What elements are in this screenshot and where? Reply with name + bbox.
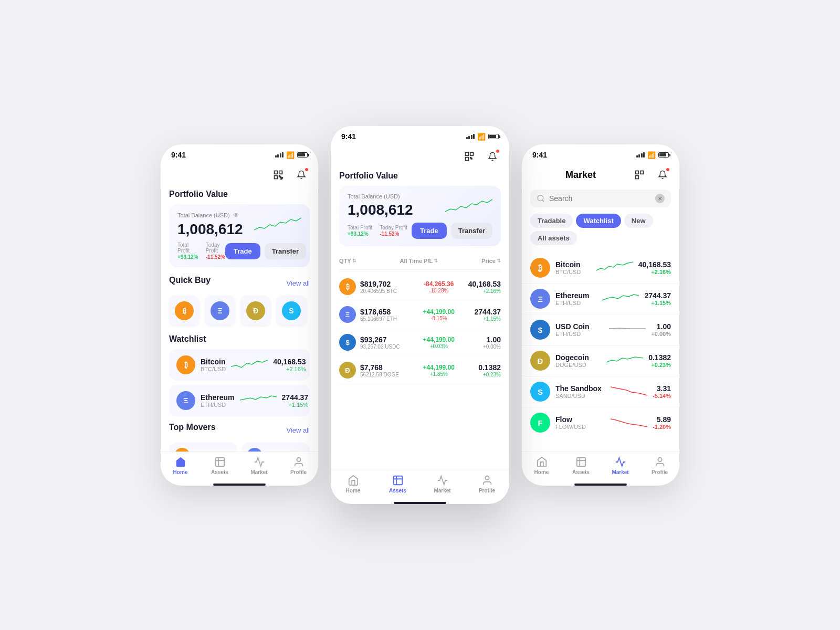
notification-button[interactable] <box>484 148 501 165</box>
nav-market[interactable]: Market <box>239 456 279 475</box>
btc-chart <box>596 259 633 277</box>
usdc-icon: $ <box>530 320 550 340</box>
market-qr-button[interactable] <box>631 166 648 183</box>
pnl-col[interactable]: All Time P/L ⇅ <box>400 258 438 264</box>
balance-footer: Total Profit +93.12% Today Profit -11.52… <box>177 242 301 260</box>
nav-assets[interactable]: Assets <box>561 456 601 475</box>
asset-row-doge[interactable]: Ð $7,768 56212.58 DOGE +44,199.00 +1.85%… <box>339 356 501 384</box>
quick-buy-row: ₿ Ξ Ð S <box>169 296 310 326</box>
nav-assets-active[interactable]: Assets <box>375 475 420 494</box>
nav-market-label: Market <box>434 488 450 494</box>
doge-icon: Ð <box>246 301 265 320</box>
search-input[interactable] <box>549 194 651 203</box>
flow-icon: F <box>530 413 550 433</box>
svg-rect-1 <box>279 171 282 174</box>
nav-market-label: Market <box>612 469 628 475</box>
market-bar <box>574 484 627 486</box>
top-movers-title: Top Movers <box>169 423 216 432</box>
assets-total-profit: Total Profit +93.12% <box>348 225 372 237</box>
phone-assets: 9:41 📶 <box>331 126 509 504</box>
flow-market-price: 5.89 -1.20% <box>653 415 671 430</box>
market-item-btc[interactable]: ₿ Bitcoin BTC/USD 40,168.53 +2.16% <box>522 253 679 284</box>
time-market: 9:41 <box>532 151 547 159</box>
nav-profile[interactable]: Profile <box>465 475 509 494</box>
filter-watchlist[interactable]: Watchlist <box>576 214 621 228</box>
eth-icon: Ξ <box>339 306 356 323</box>
top-mover-btc[interactable]: ₿ <box>169 443 237 452</box>
price-col[interactable]: Price ⇅ <box>481 258 501 264</box>
nav-market-active[interactable]: Market <box>601 456 640 475</box>
header-icons <box>461 148 501 165</box>
asset-row-usdc[interactable]: $ $93,267 93,267.02 USDC +44,199.00 +0.0… <box>339 329 501 356</box>
svg-rect-15 <box>470 158 471 159</box>
filter-all-assets[interactable]: All assets <box>530 231 577 245</box>
eth-chart <box>602 290 639 308</box>
top-movers-view-all[interactable]: View all <box>286 426 310 434</box>
nav-profile[interactable]: Profile <box>640 456 679 475</box>
notification-dot <box>496 149 500 153</box>
asset-row-btc[interactable]: ₿ $819,702 20.406595 BTC -84,265.36 -10.… <box>339 273 501 301</box>
assets-transfer-btn[interactable]: Transfer <box>451 223 492 239</box>
eye-icon[interactable]: 👁 <box>233 212 239 219</box>
assets-portfolio-title: Portfolio Value <box>339 171 501 181</box>
nav-home[interactable]: Home <box>161 456 200 475</box>
assets-balance-footer: Total Profit +93.12% Today Profit -11.52… <box>348 223 492 239</box>
usdc-market-info: USD Coin ETH/USD <box>555 322 604 337</box>
qty-col[interactable]: QTY ⇅ <box>339 258 356 264</box>
eth-price: 2744.37 +1.15% <box>282 393 309 408</box>
time-assets: 9:41 <box>341 132 356 141</box>
svg-rect-16 <box>393 476 402 485</box>
notification-button[interactable] <box>293 166 310 183</box>
market-title: Market <box>565 170 596 181</box>
qr-button[interactable] <box>461 148 478 165</box>
market-notification-button[interactable] <box>654 166 671 183</box>
btc-icon: ₿ <box>176 355 195 374</box>
top-mover-eth[interactable]: Ξ <box>242 443 310 452</box>
quick-buy-doge[interactable]: Ð <box>240 296 271 326</box>
assets-trade-btn[interactable]: Trade <box>412 223 447 239</box>
phone-market: 9:41 📶 Market <box>522 144 679 486</box>
trade-button[interactable]: Trade <box>225 243 260 259</box>
nav-home[interactable]: Home <box>331 475 375 494</box>
svg-rect-0 <box>275 171 278 174</box>
nav-home[interactable]: Home <box>522 456 561 475</box>
eth-market-info: Ethereum ETH/USD <box>555 291 597 306</box>
quick-buy-view-all[interactable]: View all <box>286 279 310 287</box>
eth-icon: Ξ <box>530 289 550 309</box>
market-header: Market <box>522 162 679 190</box>
assets-chart <box>445 193 492 217</box>
quick-buy-eth[interactable]: Ξ <box>205 296 235 326</box>
market-item-usdc[interactable]: $ USD Coin ETH/USD 1.00 +0.00% <box>522 314 679 345</box>
market-item-eth[interactable]: Ξ Ethereum ETH/USD 2744.37 +1.15% <box>522 284 679 314</box>
portfolio-title: Portfolio Value <box>169 190 310 199</box>
wifi-icon: 📶 <box>286 151 295 159</box>
quick-buy-sand[interactable]: S <box>276 296 307 326</box>
market-item-doge[interactable]: Ð Dogecoin DOGE/USD 0.1382 +0.23% <box>522 345 679 376</box>
sort-icon: ⇅ <box>497 258 501 264</box>
svg-rect-20 <box>636 171 639 174</box>
watchlist-eth[interactable]: Ξ Ethereum ETH/USD 2744.37 +1.15% <box>169 385 310 416</box>
nav-profile-label: Profile <box>479 488 495 494</box>
nav-assets[interactable]: Assets <box>200 456 239 475</box>
market-item-flow[interactable]: F Flow FLOW/USD 5.89 -1.20% <box>522 407 679 438</box>
nav-market[interactable]: Market <box>420 475 465 494</box>
watchlist-btc[interactable]: ₿ Bitcoin BTC/USD 40,168.53 +2.16% <box>169 349 310 381</box>
status-icons-market: 📶 <box>636 151 669 159</box>
doge-icon: Ð <box>530 351 550 371</box>
filter-tradable[interactable]: Tradable <box>530 214 573 228</box>
bottom-nav-assets: Home Assets Market <box>331 470 509 500</box>
svg-rect-25 <box>576 458 585 467</box>
quick-buy-btc[interactable]: ₿ <box>169 296 200 326</box>
btc-info: Bitcoin BTC/USD <box>201 358 226 372</box>
total-profit: Total Profit +93.12% <box>177 242 198 260</box>
qr-button[interactable] <box>270 166 287 183</box>
market-item-sand[interactable]: S The Sandbox SAND/USD 3.31 -5.14% <box>522 376 679 407</box>
battery-icon <box>488 134 499 139</box>
clear-search-button[interactable]: ✕ <box>655 194 665 203</box>
nav-profile[interactable]: Profile <box>279 456 318 475</box>
transfer-button[interactable]: Transfer <box>265 243 306 259</box>
filter-new[interactable]: New <box>624 214 653 228</box>
svg-rect-7 <box>215 458 224 467</box>
asset-row-eth[interactable]: Ξ $178,658 65.106697 ETH +44,199.00 -8.1… <box>339 301 501 329</box>
sort-icon: ⇅ <box>352 258 356 264</box>
